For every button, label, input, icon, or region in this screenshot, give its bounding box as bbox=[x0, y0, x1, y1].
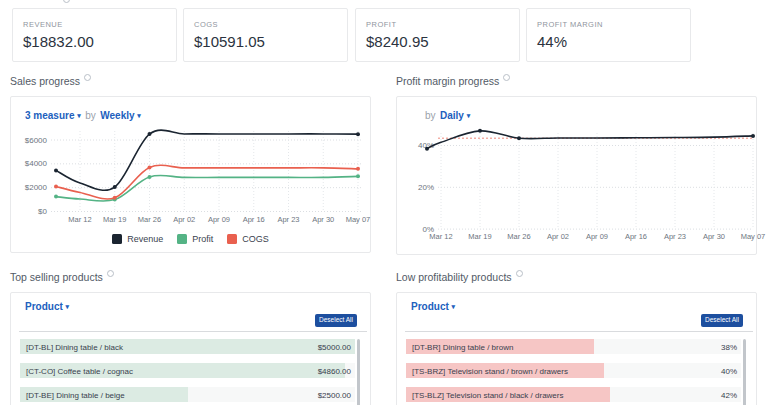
kpi-card-profit: PROFIT $8240.95 bbox=[355, 8, 520, 62]
deselect-all-button[interactable]: Deselect All bbox=[701, 314, 743, 327]
kpi-card-revenue: REVENUE $18832.00 bbox=[12, 8, 177, 62]
svg-text:Mar 19: Mar 19 bbox=[468, 232, 491, 241]
kpi-label: PROFIT bbox=[366, 20, 397, 29]
svg-text:Mar 12: Mar 12 bbox=[429, 232, 452, 241]
product-name: [DT-BR] Dining table / brown bbox=[412, 343, 513, 352]
svg-text:Mar 19: Mar 19 bbox=[103, 215, 126, 224]
info-icon[interactable] bbox=[107, 270, 114, 277]
by-label: by bbox=[85, 110, 96, 121]
table-scrollbar[interactable] bbox=[357, 339, 360, 405]
kpi-card-cogs: COGS $10591.05 bbox=[183, 8, 348, 62]
product-value: 38% bbox=[721, 343, 737, 352]
info-icon[interactable] bbox=[503, 74, 510, 81]
info-icon[interactable] bbox=[516, 270, 523, 277]
table-row[interactable]: [DT-BE] Dining table / beige$2500.00 bbox=[20, 387, 355, 402]
kpi-value: $8240.95 bbox=[366, 33, 429, 50]
low-products-card: Product ▾ Deselect All [DT-BR] Dining ta… bbox=[396, 292, 757, 405]
dashboard: REVENUE $18832.00 COGS $10591.05 PROFIT … bbox=[0, 0, 768, 405]
kpi-value: $18832.00 bbox=[23, 33, 94, 50]
product-value: $4860.00 bbox=[318, 367, 351, 376]
product-value: $2500.00 bbox=[318, 391, 351, 400]
svg-text:Mar 26: Mar 26 bbox=[138, 215, 161, 224]
granularity-dropdown[interactable]: Daily ▾ bbox=[440, 110, 470, 121]
legend-label: Revenue bbox=[127, 234, 163, 244]
svg-text:Apr 02: Apr 02 bbox=[547, 232, 569, 241]
svg-text:Apr 09: Apr 09 bbox=[586, 232, 608, 241]
svg-text:Apr 16: Apr 16 bbox=[243, 215, 265, 224]
svg-text:Apr 23: Apr 23 bbox=[664, 232, 686, 241]
product-value: $5000.00 bbox=[318, 343, 351, 352]
divider bbox=[405, 331, 753, 332]
measure-dropdown[interactable]: 3 measure ▾ bbox=[25, 110, 81, 121]
svg-text:Apr 30: Apr 30 bbox=[703, 232, 725, 241]
table-row[interactable]: [CT-CO] Coffee table / cognac$4860.00 bbox=[20, 363, 355, 378]
svg-text:Mar 12: Mar 12 bbox=[68, 215, 91, 224]
chevron-down-icon: ▾ bbox=[467, 112, 471, 119]
svg-text:Mar 26: Mar 26 bbox=[507, 232, 530, 241]
legend-item: Revenue bbox=[112, 234, 163, 244]
margin-chart-card: by Daily ▾ 0%20%40%Mar 12Mar 19Mar 26Apr… bbox=[396, 96, 757, 255]
kpi-label: PROFIT MARGIN bbox=[537, 20, 603, 29]
table-scrollbar[interactable] bbox=[743, 339, 746, 405]
svg-text:Apr 09: Apr 09 bbox=[208, 215, 230, 224]
sales-chart-legend: RevenueProfitCOGS bbox=[11, 234, 370, 244]
top-products-title: Top selling products bbox=[10, 270, 114, 283]
svg-text:May 07: May 07 bbox=[741, 232, 766, 241]
legend-item: COGS bbox=[227, 234, 269, 244]
product-name: [CT-CO] Coffee table / cognac bbox=[26, 367, 133, 376]
kpi-label: COGS bbox=[194, 20, 218, 29]
chevron-down-icon: ▾ bbox=[77, 112, 81, 119]
profit-margin-progress-title: Profit margin progress bbox=[396, 74, 510, 87]
kpi-value: 44% bbox=[537, 33, 567, 50]
sales-chart: $0$2000$4000$6000Mar 12Mar 19Mar 26Apr 0… bbox=[11, 125, 372, 225]
svg-text:Apr 16: Apr 16 bbox=[625, 232, 647, 241]
svg-text:$4000: $4000 bbox=[25, 159, 48, 168]
kpi-value: $10591.05 bbox=[194, 33, 265, 50]
low-products-title: Low profitability products bbox=[396, 270, 523, 283]
profit-margin-chart: 0%20%40%Mar 12Mar 19Mar 26Apr 02Apr 09Ap… bbox=[397, 125, 758, 243]
legend-label: COGS bbox=[242, 234, 269, 244]
chevron-down-icon: ▾ bbox=[452, 303, 456, 310]
kpi-card-profit-margin: PROFIT MARGIN 44% bbox=[526, 8, 691, 62]
deselect-all-button[interactable]: Deselect All bbox=[315, 314, 357, 327]
svg-text:20%: 20% bbox=[418, 183, 434, 192]
table-row[interactable]: [DT-BR] Dining table / brown38% bbox=[406, 339, 741, 354]
svg-text:$2000: $2000 bbox=[25, 183, 48, 192]
divider bbox=[19, 331, 367, 332]
table-row[interactable]: [DT-BL] Dining table / black$5000.00 bbox=[20, 339, 355, 354]
legend-item: Profit bbox=[177, 234, 213, 244]
chevron-down-icon: ▾ bbox=[137, 112, 141, 119]
product-name: [DT-BE] Dining table / beige bbox=[26, 391, 125, 400]
kpi-label: REVENUE bbox=[23, 20, 63, 29]
svg-text:Apr 02: Apr 02 bbox=[173, 215, 195, 224]
product-value: 42% bbox=[721, 391, 737, 400]
sales-progress-title: Sales progress bbox=[10, 74, 91, 87]
legend-swatch bbox=[227, 234, 237, 244]
legend-swatch bbox=[177, 234, 187, 244]
granularity-dropdown[interactable]: Weekly ▾ bbox=[100, 110, 141, 121]
product-name: [DT-BL] Dining table / black bbox=[26, 343, 123, 352]
product-name: [TS-BRZ] Television stand / brown / draw… bbox=[412, 367, 568, 376]
svg-text:$0: $0 bbox=[38, 207, 47, 216]
product-column-dropdown[interactable]: Product ▾ bbox=[411, 301, 455, 312]
top-products-card: Product ▾ Deselect All [DT-BL] Dining ta… bbox=[10, 292, 371, 405]
svg-text:Apr 23: Apr 23 bbox=[277, 215, 299, 224]
table-row[interactable]: [TS-BRZ] Television stand / brown / draw… bbox=[406, 363, 741, 378]
product-name: [TS-BLZ] Television stand / black / draw… bbox=[412, 391, 563, 400]
product-value: 40% bbox=[721, 367, 737, 376]
legend-swatch bbox=[112, 234, 122, 244]
truncated-info-icon bbox=[63, 0, 70, 3]
sales-chart-card: 3 measure ▾ by Weekly ▾ $0$2000$4000$600… bbox=[10, 96, 371, 253]
chevron-down-icon: ▾ bbox=[66, 303, 70, 310]
legend-label: Profit bbox=[192, 234, 213, 244]
svg-text:May 07: May 07 bbox=[346, 215, 371, 224]
svg-text:$6000: $6000 bbox=[25, 136, 48, 145]
by-label: by bbox=[425, 110, 436, 121]
product-column-dropdown[interactable]: Product ▾ bbox=[25, 301, 69, 312]
svg-text:Apr 30: Apr 30 bbox=[312, 215, 334, 224]
table-row[interactable]: [TS-BLZ] Television stand / black / draw… bbox=[406, 387, 741, 402]
info-icon[interactable] bbox=[84, 74, 91, 81]
